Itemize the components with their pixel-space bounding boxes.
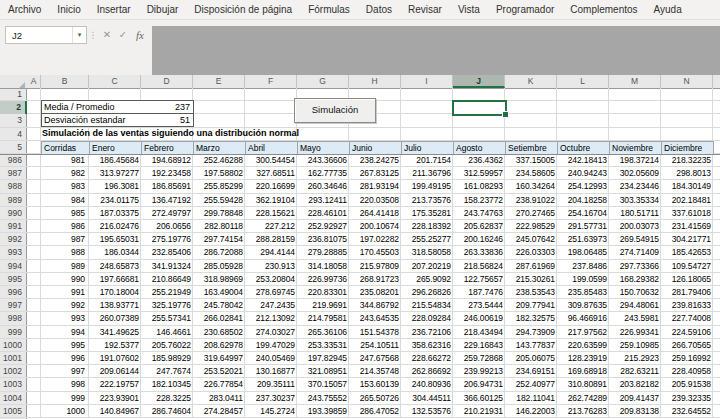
cell[interactable]: 209.35111 — [245, 378, 297, 391]
cell[interactable]: 197.66681 — [89, 273, 141, 286]
cell[interactable]: 220.16699 — [245, 180, 297, 193]
row-header-992[interactable]: 992 — [0, 233, 26, 246]
cell[interactable]: 358.62316 — [401, 339, 453, 352]
enter-icon[interactable]: ✓ — [115, 26, 131, 44]
cell[interactable]: 304.21771 — [661, 233, 713, 246]
cell[interactable]: 191.07602 — [89, 352, 141, 365]
cell[interactable]: 254.10511 — [349, 339, 401, 352]
cell[interactable]: 208.62978 — [193, 339, 245, 352]
cell[interactable]: 96.466916 — [557, 312, 609, 325]
row-header-988[interactable]: 988 — [0, 180, 26, 193]
cell[interactable]: 341.49625 — [89, 326, 141, 339]
ribbon-tab[interactable]: Archivo — [0, 0, 49, 19]
ribbon-tab[interactable]: Inicio — [49, 0, 88, 19]
cell[interactable]: 341.91324 — [141, 260, 193, 273]
cell[interactable]: 130.16877 — [245, 365, 297, 378]
cell[interactable]: 281.93194 — [349, 180, 401, 193]
cell[interactable]: 253.52021 — [193, 365, 245, 378]
cell[interactable]: 193.39859 — [297, 405, 349, 418]
cell[interactable]: 210.21931 — [453, 405, 505, 418]
cell[interactable]: 344.86792 — [349, 299, 401, 312]
cell[interactable]: 209.41437 — [609, 392, 661, 405]
cell[interactable]: 228.09284 — [401, 312, 453, 325]
cell[interactable]: 170.18004 — [89, 286, 141, 299]
cell[interactable]: 226.99736 — [297, 273, 349, 286]
cell[interactable]: 327.68511 — [245, 167, 297, 180]
cell[interactable]: 245.07642 — [505, 233, 557, 246]
cell[interactable]: 229.16843 — [453, 339, 505, 352]
cell[interactable]: 370.15057 — [297, 378, 349, 391]
row-header-3[interactable]: 3 — [0, 114, 26, 127]
column-header-I[interactable]: I — [401, 75, 453, 88]
table-header-cell[interactable]: Febrero — [141, 141, 194, 155]
cell[interactable]: 255.25277 — [401, 233, 453, 246]
cell[interactable]: 337.61018 — [661, 207, 713, 220]
row-header-1[interactable]: 1 — [0, 88, 26, 101]
column-header-D[interactable]: D — [141, 75, 193, 88]
cell[interactable]: 212.13092 — [245, 312, 297, 325]
cell[interactable]: 286.47052 — [349, 405, 401, 418]
cell[interactable]: 234.58605 — [505, 167, 557, 180]
cell[interactable]: 199.49195 — [401, 180, 453, 193]
cell[interactable]: 239.81633 — [661, 299, 713, 312]
row-header-998[interactable]: 998 — [0, 312, 26, 325]
row-header-1001[interactable]: 1001 — [0, 352, 26, 365]
cell[interactable]: 228.18392 — [401, 220, 453, 233]
cell[interactable]: 291.57731 — [557, 220, 609, 233]
cell[interactable]: 302.05609 — [609, 167, 661, 180]
ribbon-tab[interactable]: Fórmulas — [300, 0, 358, 19]
cell[interactable]: 245.78042 — [193, 299, 245, 312]
cell[interactable]: 206.0656 — [141, 220, 193, 233]
cell[interactable]: 255.85299 — [193, 180, 245, 193]
row-header-991[interactable]: 991 — [0, 220, 26, 233]
cell[interactable]: 218.43494 — [453, 326, 505, 339]
cell[interactable]: 240.05469 — [245, 352, 297, 365]
row-header-1004[interactable]: 1004 — [0, 392, 26, 405]
cell[interactable]: 210.86649 — [141, 273, 193, 286]
column-header-G[interactable]: G — [297, 75, 349, 88]
cell[interactable]: 236.81075 — [297, 233, 349, 246]
cell[interactable]: 228.46101 — [297, 207, 349, 220]
cell[interactable]: 227.212 — [245, 220, 297, 233]
cell[interactable]: 205.62837 — [453, 220, 505, 233]
cell[interactable]: 238.53543 — [505, 286, 557, 299]
cell[interactable]: 981 — [41, 154, 89, 167]
cell[interactable]: 997 — [41, 365, 89, 378]
cell[interactable]: 222.19757 — [89, 378, 141, 391]
cell[interactable]: 209.77941 — [505, 299, 557, 312]
cell[interactable]: 337.15005 — [505, 154, 557, 167]
ribbon-tab[interactable]: Insertar — [89, 0, 139, 19]
ribbon-tab[interactable]: Complementos — [562, 0, 645, 19]
cell[interactable]: 146.22003 — [505, 405, 557, 418]
column-header-H[interactable]: H — [349, 75, 401, 88]
cell[interactable]: 264.41418 — [349, 207, 401, 220]
cell[interactable]: 259.72868 — [453, 352, 505, 365]
cell[interactable]: 253.20804 — [245, 273, 297, 286]
cell[interactable]: 162.77735 — [297, 167, 349, 180]
cell[interactable]: 275.19776 — [141, 233, 193, 246]
cell[interactable]: 237.30237 — [245, 392, 297, 405]
cell[interactable]: 209.83138 — [609, 405, 661, 418]
cell[interactable]: 198.37214 — [609, 154, 661, 167]
cell[interactable]: 128.23919 — [557, 352, 609, 365]
cell[interactable]: 222.98529 — [505, 220, 557, 233]
cell[interactable]: 288.28159 — [245, 233, 297, 246]
cell[interactable]: 982 — [41, 167, 89, 180]
cell[interactable]: 993 — [41, 312, 89, 325]
cell[interactable]: 213.76283 — [557, 405, 609, 418]
cell[interactable]: 303.35334 — [609, 194, 661, 207]
cell[interactable]: 182.32575 — [505, 312, 557, 325]
cell[interactable]: 266.70565 — [661, 339, 713, 352]
cell[interactable]: 274.28457 — [193, 405, 245, 418]
cell[interactable]: 151.54378 — [349, 326, 401, 339]
cell[interactable]: 200.03073 — [609, 220, 661, 233]
cell[interactable]: 279.28885 — [297, 246, 349, 259]
table-header-cell[interactable]: Abril — [245, 141, 298, 155]
cell[interactable]: 297.74154 — [193, 233, 245, 246]
name-box[interactable]: J2 ▾ — [5, 26, 87, 44]
cell[interactable]: 205.76022 — [141, 339, 193, 352]
cell[interactable]: 240.80936 — [401, 378, 453, 391]
cell[interactable]: 319.64997 — [193, 352, 245, 365]
cell[interactable]: 200.16246 — [453, 233, 505, 246]
column-header-C[interactable]: C — [89, 75, 141, 88]
